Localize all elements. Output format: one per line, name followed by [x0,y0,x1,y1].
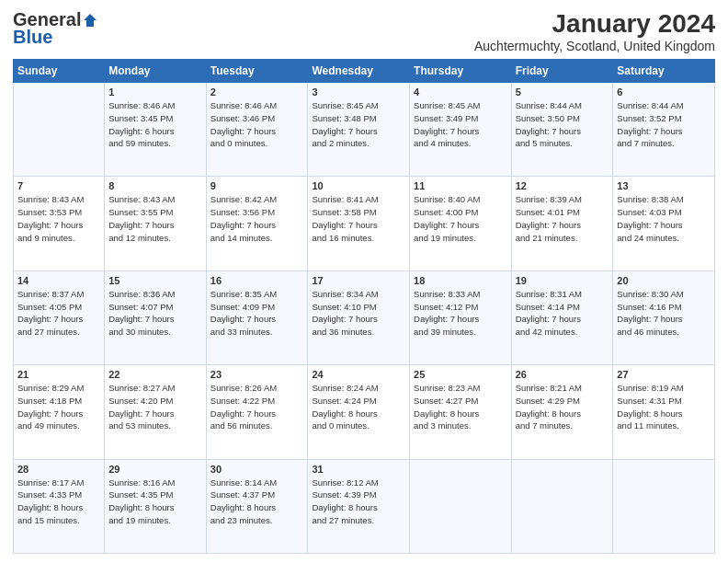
cell-line: Sunrise: 8:19 AM [617,382,711,395]
cell-line: Daylight: 7 hours [17,219,100,232]
day-number: 24 [312,369,405,380]
cell-line: and 15 minutes. [17,514,100,527]
cell-line: Sunset: 4:29 PM [516,395,609,408]
cell-line: Daylight: 7 hours [617,125,711,138]
cell-line: Sunrise: 8:44 AM [516,99,609,112]
cell-content: Sunrise: 8:44 AMSunset: 3:50 PMDaylight:… [516,99,609,150]
cell-line: Sunset: 4:39 PM [312,488,405,501]
cell-line: Sunset: 4:05 PM [17,301,100,314]
cell-line: Sunrise: 8:41 AM [312,193,405,206]
calendar-cell: 29Sunrise: 8:16 AMSunset: 4:35 PMDayligh… [105,459,207,553]
cell-line: and 59 minutes. [108,137,202,150]
cell-content: Sunrise: 8:35 AMSunset: 4:09 PMDaylight:… [210,288,304,339]
cell-line: Daylight: 8 hours [312,501,405,514]
cell-line: Sunrise: 8:21 AM [516,382,609,395]
calendar-cell: 14Sunrise: 8:37 AMSunset: 4:05 PMDayligh… [14,270,105,364]
col-header-friday: Friday [511,60,613,83]
calendar-cell: 24Sunrise: 8:24 AMSunset: 4:24 PMDayligh… [308,365,410,459]
day-number: 31 [312,464,405,475]
cell-line: Daylight: 7 hours [617,219,711,232]
cell-content: Sunrise: 8:30 AMSunset: 4:16 PMDaylight:… [617,288,711,339]
calendar-cell: 25Sunrise: 8:23 AMSunset: 4:27 PMDayligh… [410,365,512,459]
cell-line: Daylight: 8 hours [17,501,100,514]
cell-content: Sunrise: 8:14 AMSunset: 4:37 PMDaylight:… [210,477,304,527]
calendar-row: 14Sunrise: 8:37 AMSunset: 4:05 PMDayligh… [14,270,715,364]
day-number: 21 [17,369,100,380]
calendar-cell: 12Sunrise: 8:39 AMSunset: 4:01 PMDayligh… [511,177,613,270]
logo: General Blue [13,9,99,48]
cell-content: Sunrise: 8:19 AMSunset: 4:31 PMDaylight:… [617,382,711,432]
calendar-cell: 31Sunrise: 8:12 AMSunset: 4:39 PMDayligh… [308,459,410,553]
cell-content: Sunrise: 8:39 AMSunset: 4:01 PMDaylight:… [516,193,609,244]
cell-line: Sunset: 4:24 PM [312,395,405,408]
cell-line: and 4 minutes. [414,137,507,150]
cell-line: Daylight: 7 hours [617,313,711,326]
cell-line: Daylight: 7 hours [210,313,304,326]
cell-line: Daylight: 7 hours [414,125,507,138]
header: General Blue January 2024 Auchtermuchty,… [13,9,715,53]
cell-content: Sunrise: 8:16 AMSunset: 4:35 PMDaylight:… [108,477,202,527]
day-number: 26 [516,369,609,380]
cell-line: Sunrise: 8:30 AM [617,288,711,301]
calendar-cell: 2Sunrise: 8:46 AMSunset: 3:46 PMDaylight… [206,83,308,177]
cell-content: Sunrise: 8:46 AMSunset: 3:46 PMDaylight:… [210,99,304,150]
cell-line: Sunset: 4:12 PM [414,301,507,314]
day-number: 10 [312,180,405,191]
cell-content: Sunrise: 8:43 AMSunset: 3:55 PMDaylight:… [108,193,202,244]
calendar-cell: 30Sunrise: 8:14 AMSunset: 4:37 PMDayligh… [206,459,308,553]
col-header-thursday: Thursday [410,60,512,83]
cell-line: Daylight: 7 hours [414,219,507,232]
calendar-cell: 27Sunrise: 8:19 AMSunset: 4:31 PMDayligh… [613,365,715,459]
calendar-cell: 9Sunrise: 8:42 AMSunset: 3:56 PMDaylight… [206,177,308,270]
cell-line: Sunrise: 8:42 AM [210,193,304,206]
cell-line: Sunrise: 8:29 AM [17,382,100,395]
calendar-cell: 4Sunrise: 8:45 AMSunset: 3:49 PMDaylight… [410,83,512,177]
page: General Blue January 2024 Auchtermuchty,… [0,0,728,563]
calendar-cell: 22Sunrise: 8:27 AMSunset: 4:20 PMDayligh… [105,365,207,459]
cell-line: Sunset: 3:49 PM [414,112,507,125]
col-header-monday: Monday [105,60,207,83]
cell-line: and 2 minutes. [312,137,405,150]
day-number: 14 [17,275,100,286]
day-number: 18 [414,275,507,286]
day-number: 5 [516,86,609,98]
cell-line: Daylight: 8 hours [312,408,405,420]
calendar-cell: 23Sunrise: 8:26 AMSunset: 4:22 PMDayligh… [206,365,308,459]
cell-content: Sunrise: 8:12 AMSunset: 4:39 PMDaylight:… [312,477,405,527]
cell-line: and 3 minutes. [414,419,507,432]
day-number: 28 [17,464,100,475]
cell-line: Daylight: 8 hours [617,408,711,420]
cell-line: and 56 minutes. [210,419,304,432]
calendar-cell: 19Sunrise: 8:31 AMSunset: 4:14 PMDayligh… [511,270,613,364]
cell-line: Sunset: 3:46 PM [210,112,304,125]
cell-line: Daylight: 7 hours [108,313,202,326]
cell-line: Daylight: 7 hours [17,408,100,420]
day-number: 12 [516,180,609,191]
day-number: 30 [210,464,304,475]
day-number: 6 [617,86,711,98]
cell-line: Sunset: 3:58 PM [312,206,405,219]
calendar-cell: 10Sunrise: 8:41 AMSunset: 3:58 PMDayligh… [308,177,410,270]
cell-content: Sunrise: 8:46 AMSunset: 3:45 PMDaylight:… [108,99,202,150]
cell-line: Sunset: 3:52 PM [617,112,711,125]
calendar-cell: 5Sunrise: 8:44 AMSunset: 3:50 PMDaylight… [511,83,613,177]
cell-line: and 16 minutes. [312,232,405,245]
cell-line: Sunset: 4:01 PM [516,206,609,219]
cell-content: Sunrise: 8:44 AMSunset: 3:52 PMDaylight:… [617,99,711,150]
day-number: 15 [108,275,202,286]
cell-content: Sunrise: 8:31 AMSunset: 4:14 PMDaylight:… [516,288,609,339]
cell-line: Daylight: 7 hours [312,313,405,326]
cell-line: Sunset: 4:20 PM [108,395,202,408]
cell-line: and 42 minutes. [516,326,609,339]
cell-line: Sunrise: 8:37 AM [17,288,100,301]
cell-content: Sunrise: 8:17 AMSunset: 4:33 PMDaylight:… [17,477,100,527]
cell-line: and 24 minutes. [617,232,711,245]
calendar-cell: 20Sunrise: 8:30 AMSunset: 4:16 PMDayligh… [613,270,715,364]
day-number: 4 [414,86,507,98]
cell-content: Sunrise: 8:26 AMSunset: 4:22 PMDaylight:… [210,382,304,432]
calendar-cell: 6Sunrise: 8:44 AMSunset: 3:52 PMDaylight… [613,83,715,177]
cell-line: and 0 minutes. [312,419,405,432]
col-header-sunday: Sunday [14,60,105,83]
cell-line: Daylight: 7 hours [108,219,202,232]
cell-line: Sunset: 4:14 PM [516,301,609,314]
